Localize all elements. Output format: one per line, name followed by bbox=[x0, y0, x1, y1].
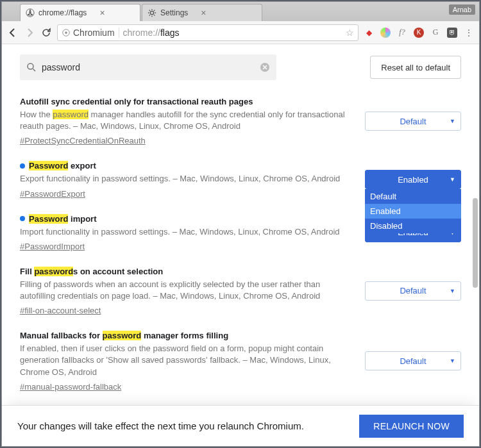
chevron-down-icon: ▼ bbox=[450, 288, 455, 294]
flag-state-dropdown: DefaultEnabledDisabled bbox=[365, 189, 461, 233]
omnibox[interactable]: Chromium chrome://flags ☆ bbox=[57, 24, 359, 41]
flag-description: Export functionality in password setting… bbox=[20, 173, 355, 185]
browser-window: chrome://flags × Settings × Arnab Chromi… bbox=[1, 1, 480, 447]
flag-anchor-link[interactable]: #PasswordExport bbox=[20, 189, 85, 199]
extension-icon[interactable]: ⛨ bbox=[447, 28, 457, 38]
svg-point-1 bbox=[29, 12, 31, 14]
chevron-down-icon: ▼ bbox=[450, 176, 455, 183]
tab-label: Settings bbox=[160, 8, 188, 17]
extensions-tray: ◆ f? K G ⛨ ⋮ bbox=[364, 28, 474, 38]
svg-point-2 bbox=[150, 11, 153, 14]
reset-all-button[interactable]: Reset all to default bbox=[370, 56, 461, 79]
flag-description: Filling of passwords when an account is … bbox=[20, 279, 355, 302]
flags-list: Autofill sync credential only for transa… bbox=[2, 88, 479, 405]
forward-button[interactable] bbox=[24, 27, 35, 38]
flag-state-select[interactable]: Default▼ bbox=[365, 281, 461, 301]
back-button[interactable] bbox=[7, 27, 19, 38]
chevron-down-icon: ▼ bbox=[450, 118, 455, 124]
toolbar: Chromium chrome://flags ☆ ◆ f? K G ⛨ ⋮ bbox=[2, 21, 479, 44]
tab-flags[interactable]: chrome://flags × bbox=[20, 4, 140, 21]
flag-row: Autofill sync credential only for transa… bbox=[20, 88, 461, 152]
flag-anchor-link[interactable]: #ProtectSyncCredentialOnReauth bbox=[20, 136, 146, 145]
gear-icon bbox=[148, 8, 156, 17]
scrollbar-thumb[interactable] bbox=[473, 198, 478, 288]
chevron-down-icon: ▼ bbox=[450, 358, 455, 364]
close-icon[interactable]: × bbox=[201, 8, 206, 18]
menu-icon[interactable]: ⋮ bbox=[464, 28, 474, 38]
user-badge[interactable]: Arnab bbox=[449, 4, 475, 15]
bookmark-star-icon[interactable]: ☆ bbox=[346, 28, 354, 38]
dropdown-option[interactable]: Default bbox=[365, 189, 461, 204]
flag-anchor-link[interactable]: #manual-password-fallback bbox=[20, 382, 121, 392]
dropdown-option[interactable]: Disabled bbox=[365, 219, 461, 233]
flag-state-select[interactable]: Default▼ bbox=[365, 112, 461, 131]
flag-title: Manual fallbacks for password manager fo… bbox=[20, 331, 355, 340]
extension-icon[interactable]: f? bbox=[397, 28, 407, 38]
clear-icon[interactable] bbox=[260, 62, 270, 72]
search-icon bbox=[26, 62, 37, 72]
title-bar: chrome://flags × Settings × Arnab bbox=[2, 2, 479, 21]
flag-title: Password export bbox=[20, 161, 355, 170]
dropdown-option[interactable]: Enabled bbox=[365, 204, 461, 219]
flag-title: Fill passwords on account selection bbox=[20, 267, 355, 276]
flags-search[interactable] bbox=[20, 54, 276, 80]
flag-row: Password exportExport functionality in p… bbox=[20, 152, 461, 204]
svg-point-4 bbox=[65, 31, 67, 34]
site-chip: Chromium bbox=[62, 28, 119, 38]
flag-state-select[interactable]: Default▼ bbox=[365, 351, 461, 370]
svg-point-5 bbox=[28, 63, 33, 69]
extension-icon[interactable]: K bbox=[414, 28, 424, 38]
extension-icon[interactable]: ◆ bbox=[364, 28, 374, 38]
page-content: Reset all to default Autofill sync crede… bbox=[2, 44, 479, 446]
tab-label: chrome://flags bbox=[38, 8, 87, 17]
modified-dot-icon bbox=[20, 163, 25, 169]
close-icon[interactable]: × bbox=[99, 8, 105, 18]
search-input[interactable] bbox=[42, 62, 260, 72]
reload-button[interactable] bbox=[40, 27, 52, 38]
flag-row: Manual fallbacks for password manager fo… bbox=[20, 322, 461, 398]
flag-anchor-link[interactable]: #PasswordImport bbox=[20, 242, 85, 251]
relaunch-button[interactable]: RELAUNCH NOW bbox=[359, 415, 464, 438]
flag-description: If enabled, then if user clicks on the p… bbox=[20, 343, 355, 378]
extension-icon[interactable] bbox=[380, 28, 391, 38]
flag-title: Autofill sync credential only for transa… bbox=[20, 97, 355, 106]
footer-message: Your changes will take effect the next t… bbox=[17, 420, 304, 431]
modified-dot-icon bbox=[20, 216, 25, 221]
extension-icon[interactable]: G bbox=[430, 28, 441, 38]
flag-row: Fill passwords on account selectionFilli… bbox=[20, 258, 461, 322]
flag-description: Import functionality in password setting… bbox=[20, 226, 355, 238]
relaunch-footer: Your changes will take effect the next t… bbox=[2, 405, 479, 446]
flag-description: How the password manager handles autofil… bbox=[20, 109, 355, 132]
radioactive-icon bbox=[26, 8, 35, 17]
flag-state-select[interactable]: Enabled▼ bbox=[365, 170, 461, 189]
tab-settings[interactable]: Settings × bbox=[142, 4, 262, 21]
address-text: chrome://flags bbox=[123, 28, 180, 38]
flag-anchor-link[interactable]: #fill-on-account-select bbox=[20, 306, 101, 315]
flag-title: Password import bbox=[20, 214, 355, 224]
